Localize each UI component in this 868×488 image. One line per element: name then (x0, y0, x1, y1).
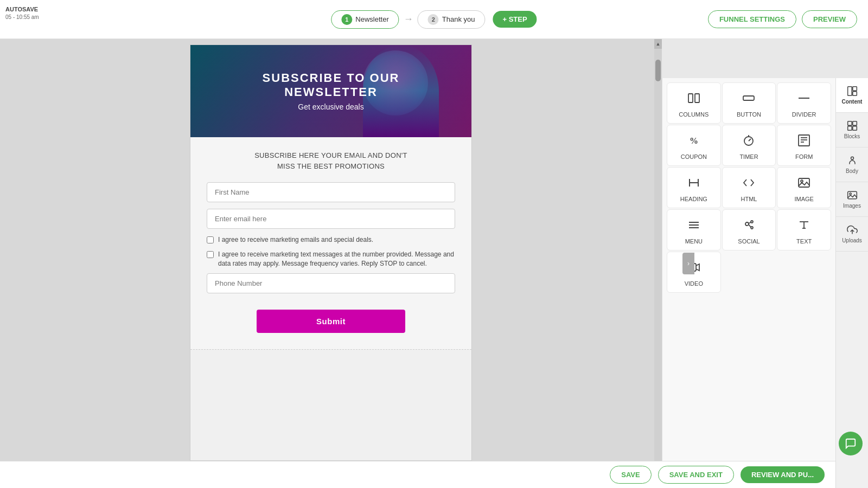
blocks-icon (847, 120, 858, 131)
empty-canvas-section (190, 349, 471, 420)
svg-rect-2 (743, 96, 754, 100)
form-icon (797, 134, 810, 149)
tab-images[interactable]: Images (836, 182, 868, 217)
widget-social[interactable]: SOCIAL (722, 209, 776, 251)
button-icon (742, 92, 755, 107)
images-icon (847, 190, 858, 201)
tab-uploads[interactable]: Uploads (836, 217, 868, 252)
tab-content[interactable]: Content (836, 78, 868, 113)
svg-rect-32 (847, 121, 852, 126)
widget-timer[interactable]: TIMER (722, 125, 776, 166)
text-icon (797, 219, 810, 234)
chat-bubble[interactable] (839, 432, 863, 455)
tab-uploads-label: Uploads (842, 237, 862, 243)
first-name-input[interactable] (207, 182, 455, 202)
svg-point-21 (751, 221, 753, 223)
hero-text-block: SUBSCRIBE TO OUR NEWSLETTER Get exclusiv… (261, 71, 401, 111)
heading-label: HEADING (680, 196, 707, 202)
body-icon (847, 155, 858, 166)
menu-icon (687, 219, 700, 234)
widget-heading[interactable]: HEADING (667, 167, 721, 208)
svg-point-20 (745, 222, 749, 226)
tab-content-label: Content (842, 99, 863, 105)
preview-button[interactable]: PREVIEW (802, 10, 857, 28)
widget-coupon[interactable]: % COUPON (667, 125, 721, 166)
columns-label: COLUMNS (679, 111, 709, 118)
divider-label: DIVIDER (792, 111, 816, 118)
widget-menu[interactable]: MENU (667, 209, 721, 251)
menu-label: MENU (685, 238, 703, 245)
save-and-exit-button[interactable]: SAVE AND EXIT (658, 466, 734, 484)
email-input[interactable] (207, 209, 455, 229)
step-2-number: 2 (428, 14, 439, 25)
step-1-number: 1 (341, 14, 352, 25)
save-button[interactable]: SAVE (610, 466, 651, 484)
review-and-publish-button[interactable]: REVIEW AND PU... (741, 466, 825, 483)
canvas-content: SUBSCRIBE TO OUR NEWSLETTER Get exclusiv… (190, 44, 472, 461)
image-icon (797, 176, 810, 191)
button-label: BUTTON (737, 111, 761, 118)
step-2-pill[interactable]: 2 Thank you (418, 10, 486, 29)
svg-rect-35 (852, 126, 857, 131)
svg-rect-8 (799, 135, 809, 146)
add-step-button[interactable]: + STEP (493, 11, 537, 28)
submit-button[interactable]: Submit (257, 310, 406, 333)
widget-form[interactable]: FORM (777, 125, 831, 166)
form-label: FORM (795, 153, 813, 160)
main-area: SUBSCRIBE TO OUR NEWSLETTER Get exclusiv… (0, 39, 868, 488)
svg-rect-29 (847, 87, 852, 96)
marketing-texts-checkbox[interactable] (207, 251, 214, 258)
chat-icon (845, 438, 857, 450)
autosave-status: AUTOSAVE 05 - 10:55 am (5, 5, 39, 21)
widget-button[interactable]: BUTTON (722, 82, 776, 124)
widget-columns[interactable]: COLUMNS (667, 82, 721, 124)
canvas-scrollbar[interactable]: ▲ ▼ (654, 39, 662, 488)
hero-title: SUBSCRIBE TO OUR NEWSLETTER (261, 71, 401, 99)
heading-icon (687, 176, 700, 191)
panel-tabs: Content Blocks Body Images (835, 78, 868, 488)
widget-image[interactable]: IMAGE (777, 167, 831, 208)
divider-icon (797, 92, 810, 107)
text-label: TEXT (796, 238, 812, 245)
svg-point-16 (801, 180, 803, 182)
canvas-scroll[interactable]: SUBSCRIBE TO OUR NEWSLETTER Get exclusiv… (0, 39, 662, 466)
scroll-thumb[interactable] (655, 60, 661, 81)
step-arrow: → (404, 14, 413, 25)
hero-subtitle: Get exclusive deals (261, 102, 401, 111)
step-2-label: Thank you (442, 15, 475, 23)
svg-text:%: % (690, 136, 698, 145)
svg-rect-30 (852, 87, 857, 91)
columns-icon (687, 92, 700, 107)
step-navigation: 1 Newsletter → 2 Thank you + STEP (331, 10, 537, 29)
step-1-pill[interactable]: 1 Newsletter (331, 10, 399, 29)
funnel-settings-button[interactable]: FUNNEL SETTINGS (708, 10, 796, 28)
phone-number-input[interactable] (207, 273, 455, 293)
social-label: SOCIAL (738, 238, 760, 245)
timer-label: TIMER (739, 153, 758, 160)
uploads-icon (847, 224, 858, 235)
checkbox-row-1: I agree to receive marketing emails and … (207, 235, 455, 245)
marketing-emails-checkbox[interactable] (207, 236, 214, 243)
panel-expand-arrow[interactable]: › (682, 253, 694, 274)
tab-body-label: Body (846, 168, 858, 174)
svg-rect-33 (852, 121, 857, 126)
tab-blocks-label: Blocks (844, 133, 860, 139)
widget-text[interactable]: TEXT (777, 209, 831, 251)
timer-icon (742, 134, 755, 149)
widgets-panel: COLUMNS BUTTON DIVIDER (662, 78, 835, 488)
top-bar: AUTOSAVE 05 - 10:55 am 1 Newsletter → 2 … (0, 0, 868, 39)
widget-divider[interactable]: DIVIDER (777, 82, 831, 124)
scroll-up-arrow[interactable]: ▲ (654, 39, 662, 49)
tab-images-label: Images (843, 203, 861, 209)
widget-html[interactable]: HTML (722, 167, 776, 208)
svg-rect-34 (847, 126, 852, 131)
image-label: IMAGE (794, 196, 813, 202)
coupon-label: COUPON (681, 153, 707, 160)
checkbox-1-label: I agree to receive marketing emails and … (218, 235, 373, 245)
svg-point-38 (850, 193, 851, 195)
content-icon (847, 86, 858, 97)
svg-rect-1 (695, 94, 699, 102)
form-section: SUBSCRIBE HERE YOUR EMAIL AND DON'T MISS… (190, 137, 471, 349)
tab-body[interactable]: Body (836, 147, 868, 182)
tab-blocks[interactable]: Blocks (836, 113, 868, 147)
